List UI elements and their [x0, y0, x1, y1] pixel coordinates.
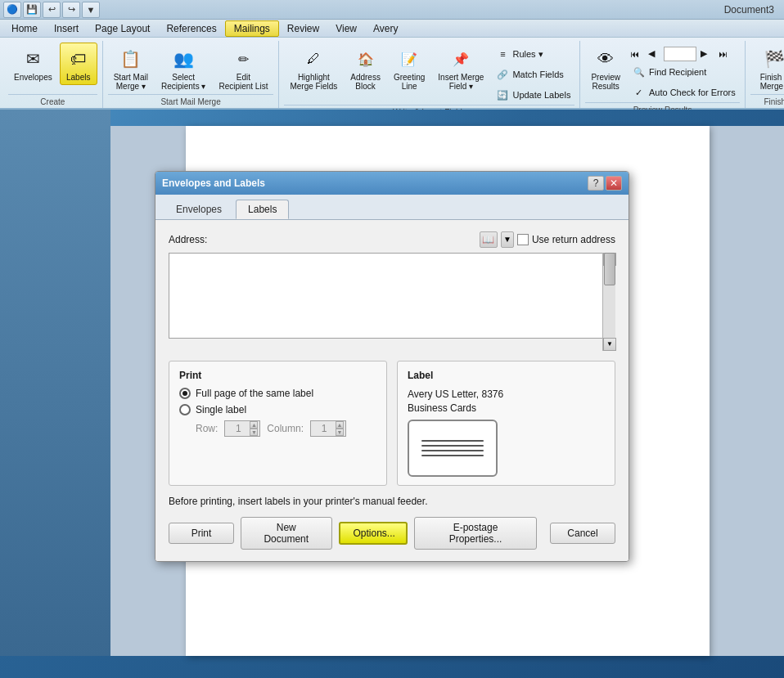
menu-home[interactable]: Home: [3, 21, 46, 36]
start-mail-merge-group-label: Start Mail Merge: [108, 94, 274, 108]
col-spin-input[interactable]: ▲ ▼: [310, 420, 346, 437]
envelopes-button[interactable]: ✉ Envelopes: [8, 43, 58, 85]
label-preview-line-2: [421, 445, 484, 447]
find-recipient-icon: 🔍: [632, 65, 647, 79]
menu-page-layout[interactable]: Page Layout: [87, 21, 158, 36]
row-spin-input[interactable]: ▲ ▼: [224, 420, 260, 437]
full-page-label: Full page of the same label: [196, 388, 313, 399]
redo-button[interactable]: ↪: [62, 2, 80, 18]
dialog-overlay: Envelopes and Labels ? ✕ Envelopes Label…: [0, 110, 784, 656]
cancel-button[interactable]: Cancel: [550, 523, 615, 544]
label-preview-line-1: [421, 440, 484, 442]
dialog-help-button[interactable]: ?: [588, 176, 604, 191]
finish-merge-icon: 🏁: [762, 46, 784, 72]
finish-merge-button[interactable]: 🏁 Finish &Merge ▾: [750, 43, 784, 94]
label-preview-line-3: [421, 450, 484, 451]
menu-references[interactable]: References: [158, 21, 224, 36]
dialog-controls: ? ✕: [588, 176, 622, 191]
match-fields-icon: 🔗: [495, 67, 510, 82]
start-mail-merge-button[interactable]: 📋 Start MailMerge ▾: [108, 43, 154, 94]
menu-review[interactable]: Review: [279, 21, 327, 36]
finish-group-label: Finish: [750, 94, 784, 108]
last-record-button[interactable]: ⏭: [716, 47, 732, 61]
ribbon: ✉ Envelopes 🏷 Labels Create 📋 Start Mail…: [0, 38, 784, 110]
find-recipient-button[interactable]: 🔍 Find Recipient: [628, 62, 740, 82]
envelopes-labels-dialog: Envelopes and Labels ? ✕ Envelopes Label…: [155, 171, 629, 563]
row-spin-up[interactable]: ▲: [250, 421, 258, 429]
dialog-close-button[interactable]: ✕: [606, 176, 622, 191]
record-number-input[interactable]: [664, 47, 696, 61]
highlight-merge-fields-button[interactable]: 🖊 HighlightMerge Fields: [284, 43, 343, 94]
undo-button[interactable]: ↩: [43, 2, 61, 18]
check-errors-button[interactable]: ✓ Auto Check for Errors: [628, 83, 740, 102]
dialog-title-bar: Envelopes and Labels ? ✕: [155, 172, 629, 195]
quick-access-toolbar: 🔵 💾 ↩ ↪ ▼ Document3: [0, 0, 784, 20]
address-label: Address:: [169, 234, 207, 245]
address-block-button[interactable]: 🏠 AddressBlock: [345, 43, 386, 94]
row-spin-down[interactable]: ▼: [250, 429, 258, 436]
insert-merge-field-button[interactable]: 📌 Insert MergeField ▾: [432, 43, 489, 94]
greeting-line-icon: 📝: [396, 46, 422, 72]
labels-button[interactable]: 🏷 Labels: [60, 43, 97, 85]
tab-labels[interactable]: Labels: [236, 200, 289, 219]
prev-record-button[interactable]: ◀: [646, 46, 662, 61]
full-page-radio[interactable]: [179, 388, 191, 399]
tab-envelopes[interactable]: Envelopes: [164, 200, 234, 219]
match-fields-button[interactable]: 🔗 Match Fields: [491, 65, 574, 84]
update-labels-button[interactable]: 🔄 Update Labels: [491, 85, 574, 105]
menu-view[interactable]: View: [327, 21, 365, 36]
scroll-thumb[interactable]: [604, 253, 615, 285]
labels-icon: 🏷: [65, 46, 92, 72]
new-document-button[interactable]: New Document: [241, 517, 332, 550]
main-content: Envelopes and Labels ? ✕ Envelopes Label…: [0, 110, 784, 656]
save-button[interactable]: 💾: [23, 2, 41, 18]
row-col-inputs: Row: ▲ ▼ Column:: [196, 420, 376, 437]
row-label: Row:: [196, 423, 218, 434]
document-title: Document3: [724, 4, 774, 16]
menu-bar: Home Insert Page Layout References Maili…: [0, 20, 784, 38]
envelopes-icon: ✉: [20, 46, 46, 72]
address-scrollbar[interactable]: ▲ ▼: [602, 253, 615, 351]
office-button[interactable]: 🔵: [3, 2, 21, 18]
label-section-title: Label: [408, 370, 605, 381]
col-label: Column:: [267, 423, 304, 434]
insert-merge-field-icon: 📌: [448, 46, 474, 72]
col-spin-up[interactable]: ▲: [336, 421, 344, 429]
dialog-buttons-row: Print New Document Options... E-postage …: [169, 517, 615, 550]
sections-row: Print Full page of the same label Single…: [169, 361, 615, 487]
row-spin-arrows: ▲ ▼: [250, 421, 258, 436]
options-button[interactable]: Options...: [339, 522, 408, 545]
row-value[interactable]: [227, 423, 250, 434]
select-recipients-button[interactable]: 👥 SelectRecipients ▾: [155, 43, 211, 94]
edit-recipient-list-button[interactable]: ✏ EditRecipient List: [213, 43, 273, 94]
label-preview-line-4: [421, 455, 484, 456]
ribbon-group-write-insert: 🖊 HighlightMerge Fields 🏠 AddressBlock 📝…: [279, 41, 580, 108]
print-button[interactable]: Print: [169, 523, 234, 544]
first-record-button[interactable]: ⏮: [628, 47, 644, 61]
menu-insert[interactable]: Insert: [46, 21, 87, 36]
col-value[interactable]: [313, 423, 336, 434]
col-spin-down[interactable]: ▼: [336, 429, 344, 436]
menu-avery[interactable]: Avery: [365, 21, 406, 36]
next-record-button[interactable]: ▶: [698, 46, 714, 61]
dialog-title: Envelopes and Labels: [162, 177, 265, 189]
single-label-radio-row[interactable]: Single label: [179, 404, 376, 415]
single-label-text: Single label: [196, 404, 246, 415]
single-label-radio[interactable]: [179, 404, 191, 415]
preview-results-button[interactable]: 👁 PreviewResults: [585, 43, 626, 94]
address-dropdown-arrow[interactable]: ▼: [501, 231, 514, 248]
e-postage-button[interactable]: E-postage Properties...: [414, 517, 537, 550]
scroll-down-arrow[interactable]: ▼: [603, 338, 616, 351]
col-spin-arrows: ▲ ▼: [336, 421, 344, 436]
quick-access-dropdown[interactable]: ▼: [82, 2, 100, 18]
address-textarea[interactable]: [169, 253, 615, 339]
greeting-line-button[interactable]: 📝 GreetingLine: [388, 43, 430, 94]
highlight-icon: 🖊: [300, 46, 327, 72]
print-section: Print Full page of the same label Single…: [169, 361, 387, 487]
use-return-address-checkbox[interactable]: [517, 234, 529, 245]
print-section-title: Print: [179, 370, 376, 381]
address-book-button[interactable]: 📖: [480, 231, 498, 248]
menu-mailings[interactable]: Mailings: [225, 20, 279, 37]
full-page-radio-row[interactable]: Full page of the same label: [179, 388, 376, 399]
rules-button[interactable]: ≡ Rules ▾: [491, 44, 574, 64]
